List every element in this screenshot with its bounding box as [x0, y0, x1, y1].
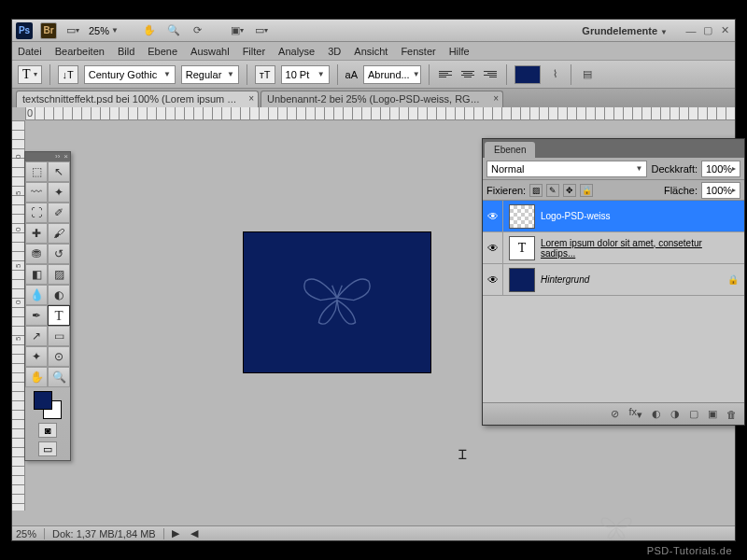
color-swatches[interactable]	[34, 391, 62, 419]
close-icon[interactable]: ×	[248, 93, 254, 104]
blend-mode-select[interactable]: Normal▼	[486, 161, 647, 177]
menu-filter[interactable]: Filter	[243, 46, 265, 57]
brush-tool[interactable]: 🖌	[48, 223, 70, 244]
menu-auswahl[interactable]: Auswahl	[190, 46, 230, 57]
status-zoom[interactable]: 25%	[16, 528, 45, 539]
visibility-icon[interactable]: 👁	[483, 201, 503, 231]
layer-thumb[interactable]	[509, 268, 535, 292]
3d-tool[interactable]: ✦	[25, 346, 48, 367]
close-icon[interactable]: ×	[493, 93, 499, 104]
menu-ebene[interactable]: Ebene	[148, 46, 177, 57]
menu-analyse[interactable]: Analyse	[278, 46, 315, 57]
layer-hintergrund[interactable]: 👁 Hintergrund 🔒	[483, 264, 744, 296]
font-size-select[interactable]: 10 Pt▼	[281, 65, 330, 84]
layer-thumb[interactable]: T	[509, 236, 535, 260]
align-left-icon[interactable]	[437, 67, 454, 82]
layer-fx-icon[interactable]: fx▾	[628, 406, 642, 421]
tab-textschnitteffekt[interactable]: textschnitteffekt.psd bei 100% (Lorem ip…	[16, 91, 259, 107]
visibility-icon[interactable]: 👁	[483, 232, 503, 263]
delete-layer-icon[interactable]: 🗑	[726, 409, 737, 420]
text-color-swatch[interactable]	[514, 65, 541, 84]
close-button[interactable]: ✕	[718, 25, 731, 36]
zoom-select[interactable]: 25% ▼	[89, 25, 119, 36]
eraser-tool[interactable]: ◧	[25, 264, 48, 285]
fg-color[interactable]	[34, 391, 52, 410]
arrange-icon[interactable]: ▣▾	[229, 23, 246, 38]
wand-tool[interactable]: ✦	[48, 182, 70, 203]
font-style-select[interactable]: Regular▼	[181, 65, 239, 84]
lock-transparent-icon[interactable]: ▨	[529, 184, 543, 197]
tools-header[interactable]: ››×	[25, 152, 70, 161]
layer-lorem-text[interactable]: 👁 T Lorem ipsum dolor sit amet, consetet…	[483, 232, 744, 264]
document-canvas[interactable]	[244, 232, 430, 372]
font-family-select[interactable]: Century Gothic▼	[84, 65, 176, 84]
shape-tool[interactable]: ▭	[48, 326, 70, 346]
workspace-select[interactable]: Grundelemente ▼	[582, 25, 668, 36]
screenmode-icon[interactable]: ▭	[38, 441, 57, 456]
zoom-icon[interactable]: 🔍	[165, 23, 182, 38]
rotate-icon[interactable]: ⟳	[190, 23, 206, 38]
maximize-button[interactable]: ▢	[701, 25, 714, 36]
warp-text-icon[interactable]: ⌇	[546, 67, 563, 82]
menu-fenster[interactable]: Fenster	[401, 46, 435, 57]
layer-group-icon[interactable]: ▢	[689, 408, 698, 420]
tab-unbenannt-2[interactable]: Unbenannt-2 bei 25% (Logo-PSD-weiss, RGB…	[261, 91, 503, 107]
menu-bild[interactable]: Bild	[118, 46, 134, 57]
layout-icon[interactable]: ▭▾	[64, 23, 81, 38]
menu-datei[interactable]: Datei	[18, 46, 42, 57]
tool-preset-icon[interactable]: T ▾	[18, 65, 42, 84]
menu-hilfe[interactable]: Hilfe	[449, 46, 470, 57]
layer-logo-psd-weiss[interactable]: 👁 Logo-PSD-weiss	[483, 201, 744, 232]
hand-icon[interactable]: ✋	[141, 23, 158, 38]
heal-tool[interactable]: ✚	[25, 223, 48, 244]
visibility-icon[interactable]: 👁	[483, 264, 503, 295]
layer-thumb[interactable]	[509, 204, 535, 229]
pen-tool[interactable]: ✒	[25, 305, 48, 326]
antialias-select[interactable]: Abrund...▼	[363, 65, 421, 84]
align-center-icon[interactable]	[459, 67, 476, 82]
stamp-tool[interactable]: ⛃	[25, 244, 48, 264]
link-layers-icon[interactable]: ⊘	[611, 408, 619, 420]
font-orient-icon[interactable]: ↓T	[58, 65, 78, 84]
3d-camera-tool[interactable]: ⊙	[48, 346, 70, 367]
status-doc-size[interactable]: Dok: 1,37 MB/1,84 MB	[52, 528, 164, 539]
bridge-logo-icon[interactable]: Br	[40, 22, 57, 39]
layer-name[interactable]: Logo-PSD-weiss	[541, 211, 739, 221]
ruler-horizontal[interactable]: 0	[25, 107, 735, 120]
menu-bearbeiten[interactable]: Bearbeiten	[55, 46, 105, 57]
layer-name[interactable]: Lorem ipsum dolor sit amet, consetetur s…	[541, 238, 739, 259]
lock-all-icon[interactable]: 🔒	[580, 184, 593, 197]
move-tool[interactable]: ⬚	[25, 161, 48, 182]
history-brush-tool[interactable]: ↺	[48, 244, 70, 264]
opacity-input[interactable]: 100% ▸	[701, 161, 740, 177]
status-arrow-icon[interactable]: ▶	[172, 527, 179, 539]
blur-tool[interactable]: 💧	[25, 285, 48, 305]
move-tool-alt[interactable]: ↖	[48, 161, 70, 182]
gradient-tool[interactable]: ▨	[48, 264, 70, 285]
crop-tool[interactable]: ⛶	[25, 203, 48, 223]
type-tool[interactable]: T	[48, 305, 70, 326]
lock-position-icon[interactable]: ✥	[563, 184, 576, 197]
adjustment-layer-icon[interactable]: ◑	[670, 408, 680, 420]
char-panel-icon[interactable]: ▤	[579, 67, 596, 82]
new-layer-icon[interactable]: ▣	[708, 408, 717, 420]
scroll-left-icon[interactable]: ◀	[190, 527, 198, 539]
dodge-tool[interactable]: ◐	[48, 285, 70, 305]
eyedropper-tool[interactable]: ✐	[48, 203, 70, 223]
lock-paint-icon[interactable]: ✎	[546, 184, 559, 197]
minimize-button[interactable]: —	[684, 25, 698, 36]
fill-input[interactable]: 100% ▸	[701, 182, 740, 199]
ruler-vertical[interactable]: 050505	[12, 120, 25, 511]
align-right-icon[interactable]	[482, 67, 499, 82]
menu-3d[interactable]: 3D	[328, 46, 341, 57]
layers-tab[interactable]: Ebenen	[485, 142, 535, 158]
hand-tool[interactable]: ✋	[25, 367, 48, 387]
lasso-tool[interactable]: 〰	[25, 182, 48, 203]
screen-mode-icon[interactable]: ▭▾	[253, 23, 270, 38]
path-tool[interactable]: ↗	[25, 326, 48, 346]
zoom-tool[interactable]: 🔍	[48, 367, 70, 387]
menu-ansicht[interactable]: Ansicht	[354, 46, 388, 57]
quickmask-icon[interactable]: ◙	[38, 423, 57, 438]
layer-mask-icon[interactable]: ◐	[652, 408, 661, 420]
layer-name[interactable]: Hintergrund	[541, 274, 722, 285]
